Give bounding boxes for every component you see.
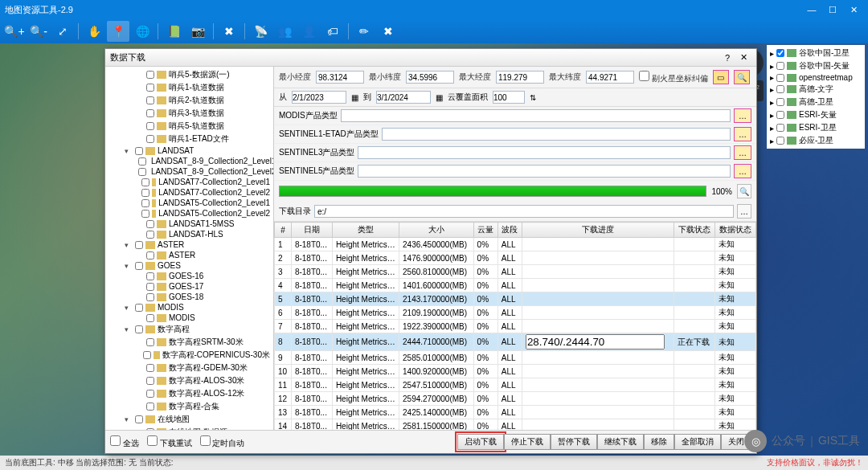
- toolbar-button-8[interactable]: ✖: [218, 21, 240, 42]
- table-row[interactable]: 148-18T0...Height Metrics Data Global ..…: [275, 419, 756, 431]
- tree-item[interactable]: LANDSAT_8-9_Collection2_Level1: [105, 156, 273, 166]
- tree-item[interactable]: 数字高程-ALOS-30米: [105, 374, 273, 387]
- tree-item[interactable]: LANDSAT-HLS: [105, 229, 273, 239]
- tree-item[interactable]: ▾ASTER: [105, 239, 273, 250]
- tree-item[interactable]: 数字高程-COPERNICUS-30米: [105, 349, 273, 362]
- table-row[interactable]: 128-18T0...Height Metrics Data Global ..…: [275, 392, 756, 406]
- sentinel1-pick-button[interactable]: …: [734, 127, 751, 141]
- toolbar-button-7[interactable]: 📷: [186, 21, 209, 42]
- table-row[interactable]: 18-18T0...Height Metrics Data Global ...…: [275, 238, 756, 251]
- tree-item[interactable]: LANDSAT7-Collection2_Level2: [105, 187, 273, 198]
- sentinel5-product-input[interactable]: [358, 165, 731, 178]
- tree-item[interactable]: 哨兵5-数据源(一): [105, 68, 273, 81]
- tree-item[interactable]: 哨兵3-轨道数据: [105, 107, 273, 120]
- minimize-button[interactable]: —: [802, 2, 821, 17]
- sentinel3-pick-button[interactable]: …: [734, 145, 751, 160]
- toolbar-button-9[interactable]: 📡: [249, 21, 272, 42]
- tree-item[interactable]: ▾数字高程: [105, 323, 273, 336]
- maximize-button[interactable]: ☐: [823, 2, 842, 17]
- toolbar-button-4[interactable]: 📍: [107, 21, 129, 42]
- select-all-checkbox[interactable]: 全选: [110, 435, 139, 449]
- tree-item[interactable]: LANDSAT7-Collection2_Level1: [105, 177, 273, 187]
- close-button[interactable]: ✕: [844, 2, 863, 17]
- tree-item[interactable]: GOES-17: [105, 281, 273, 292]
- column-header[interactable]: 波段: [497, 223, 522, 238]
- table-row[interactable]: 108-18T0...Height Metrics Data Global ..…: [275, 365, 756, 378]
- calendar-icon[interactable]: ▦: [436, 93, 443, 102]
- download-path-input[interactable]: [314, 205, 734, 218]
- date-to-input[interactable]: [376, 91, 431, 104]
- calendar-icon[interactable]: ▦: [351, 93, 358, 102]
- column-header[interactable]: 下载状态: [674, 223, 715, 238]
- column-header[interactable]: 下载进度: [522, 223, 674, 238]
- table-row[interactable]: 68-18T0...Height Metrics Data Global ...…: [275, 306, 756, 320]
- column-header[interactable]: 日期: [291, 223, 332, 238]
- column-header[interactable]: #: [275, 223, 292, 238]
- dialog-title-bar[interactable]: 数据下载 ? ✕: [105, 49, 756, 67]
- layer-item[interactable]: ▸谷歌中国-矢量: [768, 59, 863, 72]
- tree-item[interactable]: ▾GOES: [105, 260, 273, 271]
- toolbar-button-1[interactable]: 🔍-: [27, 21, 50, 42]
- column-header[interactable]: 数据状态: [715, 223, 756, 238]
- modis-pick-button[interactable]: …: [734, 108, 751, 123]
- tree-item[interactable]: 数字高程-GDEM-30米: [105, 362, 273, 374]
- min-lat-input[interactable]: [406, 71, 454, 84]
- min-lon-input[interactable]: [316, 71, 364, 84]
- table-row[interactable]: 28-18T0...Height Metrics Data Global ...…: [275, 251, 756, 265]
- sentinel3-product-input[interactable]: [358, 146, 731, 159]
- toolbar-button-0[interactable]: 🔍+: [3, 21, 26, 42]
- tree-item[interactable]: ▾MODIS: [105, 302, 273, 313]
- footer-button-启动下载[interactable]: 启动下载: [457, 434, 504, 450]
- toolbar-button-5[interactable]: 🌐: [131, 21, 154, 42]
- footer-button-全部取消[interactable]: 全部取消: [674, 434, 721, 450]
- table-row[interactable]: 78-18T0...Height Metrics Data Global ...…: [275, 320, 756, 333]
- layer-item[interactable]: ▸谷歌中国-卫星: [768, 47, 863, 59]
- tree-item[interactable]: ▾LANDSAT: [105, 145, 273, 156]
- source-tree[interactable]: 哨兵5-数据源(一)哨兵1-轨道数据哨兵2-轨道数据哨兵3-轨道数据哨兵5-轨道…: [105, 67, 274, 430]
- toolbar-button-2[interactable]: ⤢: [51, 21, 74, 42]
- footer-button-继续下载[interactable]: 继续下载: [597, 434, 644, 450]
- layer-item[interactable]: ▸ESRI-矢量: [768, 108, 863, 121]
- tree-item[interactable]: ASTER: [105, 250, 273, 260]
- tree-item[interactable]: 数字高程SRTM-30米: [105, 336, 273, 349]
- tree-item[interactable]: LANDSAT_8-9_Collection2_Level2: [105, 166, 273, 177]
- tree-item[interactable]: ▾在线地图: [105, 413, 273, 426]
- dialog-help-button[interactable]: ?: [719, 53, 735, 63]
- toolbar-button-6[interactable]: 📗: [162, 21, 185, 42]
- tree-item[interactable]: 哨兵5-轨道数据: [105, 120, 273, 133]
- table-row[interactable]: 38-18T0...Height Metrics Data Global ...…: [275, 265, 756, 279]
- tree-item[interactable]: MODIS: [105, 313, 273, 323]
- column-header[interactable]: 云量: [473, 223, 497, 238]
- table-row[interactable]: 48-18T0...Height Metrics Data Global ...…: [275, 279, 756, 292]
- layer-item[interactable]: ▸ESRI-卫星: [768, 121, 863, 134]
- column-header[interactable]: 大小: [399, 223, 474, 238]
- table-row[interactable]: 58-18T0...Height Metrics Data Global ...…: [275, 292, 756, 306]
- table-row[interactable]: 88-18T0...Height Metrics Data Global ...…: [275, 333, 756, 351]
- sentinel1-product-input[interactable]: [382, 128, 731, 141]
- skip-fire-checkbox-label[interactable]: 剔火星坐标纠偏: [639, 71, 708, 84]
- table-row[interactable]: 118-18T0...Height Metrics Data Global ..…: [275, 378, 756, 392]
- sentinel5-pick-button[interactable]: …: [734, 164, 751, 178]
- draw-box-button[interactable]: ▭: [713, 70, 729, 84]
- tree-item[interactable]: GOES-18: [105, 292, 273, 302]
- auto-start-checkbox[interactable]: 定时自动: [200, 435, 245, 449]
- tree-item[interactable]: LANDSAT5-Collection2_Level1: [105, 198, 273, 208]
- layer-item[interactable]: ▸必应-卫星: [768, 134, 863, 147]
- table-row[interactable]: 98-18T0...Height Metrics Data Global ...…: [275, 351, 756, 365]
- footer-button-暂停下载[interactable]: 暂停下载: [551, 434, 597, 450]
- tree-item[interactable]: 数字高程-ALOS-12米: [105, 387, 273, 400]
- toolbar-button-13[interactable]: ✏: [353, 21, 375, 42]
- tree-item[interactable]: 哨兵2-轨道数据: [105, 94, 273, 107]
- layer-item[interactable]: ▸高德-卫星: [768, 96, 863, 108]
- table-row[interactable]: 138-18T0...Height Metrics Data Global ..…: [275, 406, 756, 419]
- toolbar-button-14[interactable]: ✖: [377, 21, 399, 42]
- column-header[interactable]: 类型: [332, 223, 399, 238]
- footer-button-停止下载[interactable]: 停止下载: [504, 434, 551, 450]
- retry-checkbox[interactable]: 下载重试: [147, 435, 192, 449]
- cloud-stepper[interactable]: ⇅: [530, 93, 536, 102]
- search-button[interactable]: 🔍: [734, 70, 750, 84]
- toolbar-button-10[interactable]: 👥: [273, 21, 296, 42]
- tree-item[interactable]: GOES-16: [105, 271, 273, 281]
- browse-folder-button[interactable]: …: [737, 204, 751, 219]
- layer-item[interactable]: ▸高德-文字: [768, 83, 863, 96]
